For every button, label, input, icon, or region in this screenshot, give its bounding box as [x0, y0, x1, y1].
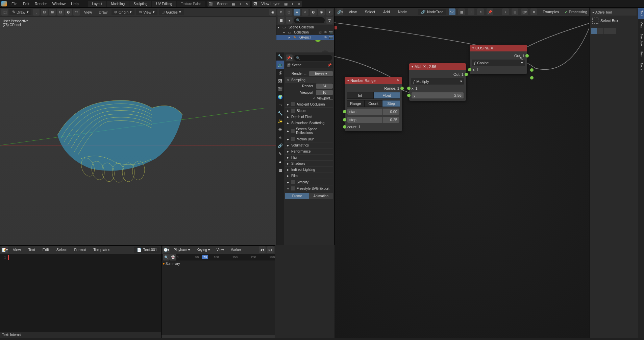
prop-shadows[interactable]: Shadows — [291, 162, 305, 165]
sidetab-sverchok[interactable]: Sverchok — [638, 31, 644, 49]
prop-tab-particles[interactable]: ❋ — [276, 126, 284, 134]
pin-icon[interactable]: 📌 — [327, 63, 331, 67]
viewlayer-name[interactable]: View Layer — [259, 1, 282, 7]
te-select[interactable]: Select — [54, 247, 70, 253]
y-label[interactable]: y — [412, 92, 447, 98]
shield-icon[interactable]: 🛡 — [449, 8, 455, 15]
ne-examples[interactable]: Examples — [540, 9, 562, 15]
viewport-samples-value[interactable]: 16 — [316, 90, 333, 95]
ne-remove-icon[interactable]: × — [477, 8, 484, 15]
text-editor-body[interactable]: 1 — [0, 254, 161, 332]
btn-float[interactable]: Float — [373, 92, 400, 99]
prop-tab-fx[interactable]: ✨ — [276, 117, 284, 126]
simplify-checkbox[interactable] — [291, 180, 295, 184]
socket-step[interactable] — [343, 118, 346, 121]
socket-in-external[interactable] — [530, 76, 534, 80]
socket-y[interactable] — [407, 94, 411, 97]
socket-out[interactable] — [525, 54, 529, 58]
guides-dropdown[interactable]: ⊞Guides▾ — [159, 9, 184, 15]
outliner-collection[interactable]: ▾▭ Collection ☑👁📷 — [276, 30, 334, 35]
outliner-type-icon[interactable]: ☰ — [278, 17, 284, 24]
draw-menu[interactable]: Draw — [96, 9, 110, 15]
ne-add[interactable]: Add — [380, 9, 393, 15]
btn-int[interactable]: Int — [347, 92, 373, 99]
ssr-checkbox[interactable] — [291, 129, 295, 133]
te-view[interactable]: View — [10, 247, 24, 253]
tool-settings-icon[interactable]: ⋮ — [33, 9, 40, 16]
outliner-object-gpencil[interactable]: ▸ ✎GPencil 👁📷 — [276, 35, 334, 40]
overlay-icon[interactable]: ◉ — [269, 9, 276, 16]
timeline-ruler[interactable]: 🔍 👻 0 50 73 100 150 200 250 — [162, 254, 275, 260]
socket-in-external[interactable] — [530, 68, 534, 72]
prop-bloom[interactable]: Bloom — [297, 109, 306, 113]
svg-checkbox[interactable] — [291, 186, 295, 190]
y-value[interactable]: 2.56 — [447, 92, 464, 98]
scene-browse-icon[interactable]: ▦ — [230, 2, 237, 6]
pin-icon[interactable]: 📌 — [487, 8, 493, 15]
prop-animation-btn[interactable]: Animation — [309, 193, 333, 199]
ne-node[interactable]: Node — [395, 9, 410, 15]
prop-ssr[interactable]: Screen Space Reflections — [296, 127, 331, 135]
prop-simplify[interactable]: Simplify — [297, 180, 308, 184]
sampling-header[interactable]: Sampling — [291, 78, 305, 82]
prop-pin-icon[interactable]: 📌▾ — [286, 54, 293, 61]
render-samples-value[interactable]: 64 — [316, 84, 333, 89]
shading-wire-icon[interactable]: ○ — [302, 9, 308, 16]
shading-solid-icon[interactable]: ● — [294, 9, 300, 16]
summary-arrow[interactable]: ▾ — [163, 262, 165, 266]
prop-volumetrics[interactable]: Volumetrics — [291, 143, 309, 147]
workspace-tab-uv[interactable]: UV Editing — [152, 1, 176, 7]
blender-logo-icon[interactable] — [1, 1, 7, 6]
te-templates[interactable]: Templates — [91, 247, 113, 253]
sidetab-node[interactable]: Node — [638, 60, 644, 73]
render-engine-dropdown[interactable]: Eevee ▾ — [309, 71, 333, 76]
sidetab-item[interactable]: Item — [638, 49, 644, 60]
prop-tab-viewlayer[interactable]: 🖼 — [276, 77, 284, 85]
menu-edit[interactable]: Edit — [20, 1, 32, 7]
prop-dof[interactable]: Depth of Field — [291, 115, 312, 119]
tl-type-icon[interactable]: 🕐▾ — [163, 246, 170, 253]
step-value[interactable]: 0.25 — [382, 117, 399, 123]
sidetab-view[interactable]: View — [638, 19, 644, 31]
prop-film[interactable]: Film — [291, 174, 298, 178]
start-value[interactable]: 0.00 — [382, 109, 399, 115]
editor-type-icon[interactable]: ⬚ — [1, 9, 8, 16]
ne-opt3-icon[interactable]: ⊡▾ — [521, 8, 528, 15]
eye-icon[interactable]: 👁 — [324, 30, 328, 34]
current-frame[interactable]: 73 — [202, 255, 208, 259]
shading-dd-icon[interactable]: ▾ — [326, 9, 333, 16]
outliner-display-icon[interactable]: ▾ — [286, 17, 293, 24]
playhead[interactable] — [205, 260, 205, 335]
step-label[interactable]: step — [347, 117, 382, 123]
tl-marker[interactable]: Marker — [228, 247, 244, 253]
prop-frame-btn[interactable]: Frame — [285, 193, 309, 199]
pivot-icon[interactable]: ◐ — [65, 9, 72, 16]
view-menu[interactable]: View — [81, 9, 95, 15]
prop-motion-blur[interactable]: Motion Blur — [297, 137, 314, 141]
prop-tab-modifier[interactable]: 🔧 — [276, 109, 284, 117]
prop-indirect[interactable]: Indirect Lighting — [291, 168, 315, 172]
viewlayer-browse-icon[interactable]: ▦ — [282, 2, 289, 6]
mb-checkbox[interactable] — [291, 137, 295, 141]
workspace-tab-sculpting[interactable]: Sculpting — [129, 1, 151, 7]
tl-playback[interactable]: Playback ▾ — [171, 247, 193, 253]
active-tool-header[interactable]: Active Tool — [595, 10, 612, 14]
scene-remove-icon[interactable]: × — [244, 2, 250, 6]
te-edit[interactable]: Edit — [40, 247, 52, 253]
ne-opt1-icon[interactable]: ↓ — [502, 8, 509, 15]
workspace-tab-layout[interactable]: Layout — [88, 1, 106, 7]
prop-tab-constraint[interactable]: 🔗 — [276, 142, 284, 150]
btn-range[interactable]: Range — [347, 100, 365, 107]
snap-icon[interactable]: ⊡ — [41, 9, 48, 16]
tl-autokey-icon[interactable]: ●▾ — [259, 246, 266, 253]
workspace-tab-texture[interactable]: Texture Paint — [177, 1, 205, 7]
socket-count[interactable] — [343, 125, 346, 129]
node-number-range[interactable]: ▾Number Range✎ Range. 1 Int Float Range … — [345, 77, 402, 131]
snap2-icon[interactable]: ⊞ — [49, 9, 56, 16]
prop-hair[interactable]: Hair — [291, 156, 297, 159]
viewlayer-remove-icon[interactable]: × — [296, 2, 302, 6]
outliner-filter-icon[interactable]: ∇ — [326, 17, 333, 24]
origin-dropdown[interactable]: ⊕Origin▾ — [112, 9, 134, 15]
socket-x[interactable] — [407, 87, 411, 90]
scene-icon[interactable]: 🎬 — [207, 2, 214, 6]
